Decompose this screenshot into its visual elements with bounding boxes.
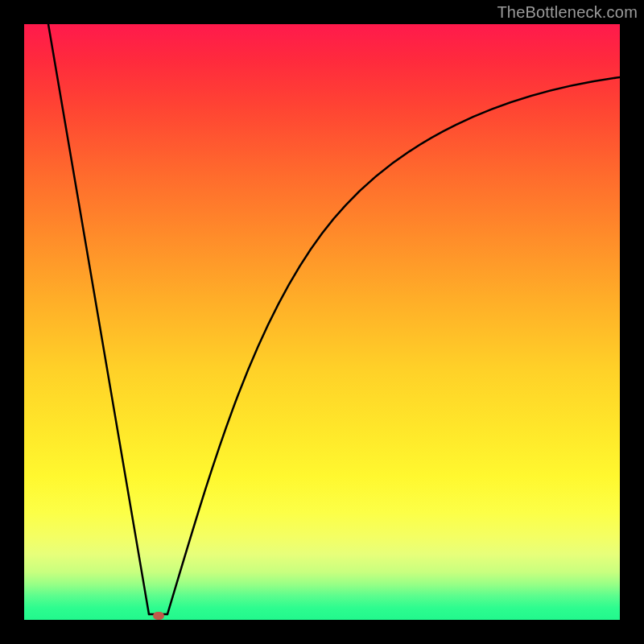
curve-left-segment: [48, 24, 149, 614]
watermark-text: TheBottleneck.com: [497, 3, 638, 22]
optimal-point-marker: [153, 612, 164, 620]
plot-area: [24, 24, 620, 620]
chart-frame: TheBottleneck.com: [0, 0, 644, 644]
curve-right-segment: [167, 77, 620, 614]
bottleneck-curve: [24, 24, 620, 620]
